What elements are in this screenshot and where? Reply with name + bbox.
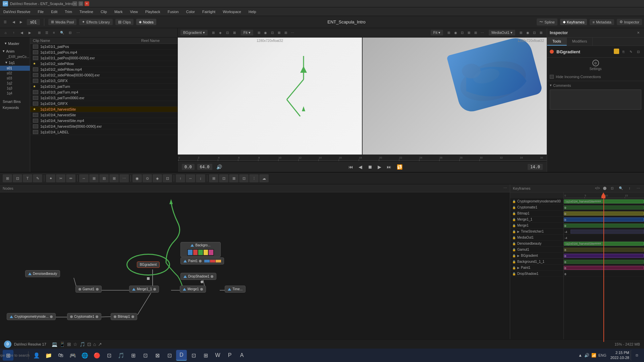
sidebar-anim[interactable]: ▾ Anim [0,48,30,54]
lock-icon[interactable]: 🔒 [512,254,516,257]
expand-icon[interactable]: ▶ [517,254,520,257]
list-item[interactable]: 1q1s01t4_harvestSite [30,112,177,118]
sidebar-s03[interactable]: s03 [0,76,30,81]
taskbar-file-explorer[interactable]: 📁 [43,350,54,361]
tab-tools[interactable]: Tools [547,38,567,46]
view-list[interactable]: ☰ [44,30,50,36]
lock-icon[interactable]: 🔒 [512,200,516,203]
view-grid[interactable]: ⊞ [36,30,42,36]
nodes-more-options[interactable]: ⋯ [503,186,507,190]
sidebar-toggle[interactable]: ☰ [2,19,8,25]
menu-file[interactable]: File [37,9,45,14]
status-icon-1[interactable]: 💻 [52,342,57,347]
list-item[interactable]: 1q1s01t1_patPos [30,44,177,50]
taskbar-app-10[interactable]: ⊡ [188,350,199,361]
list-item[interactable]: 1q1s01t1_patPos.mp4 [30,50,177,55]
list-item[interactable]: ★ 1q1s01t4_harvestSite [30,107,177,112]
fusion-tool-15[interactable]: ↔ [186,174,195,182]
viewer-ctrl-2[interactable]: ◈ [217,30,223,36]
node-gamut1[interactable]: Gamut1 [75,286,102,293]
taskbar-app-6[interactable]: ⊞ [128,350,139,361]
fusion-tool-14[interactable]: ↑ [176,174,185,182]
menu-clip[interactable]: Clip [99,9,108,14]
viewer-timescale[interactable]: 0 2 4 6 8 10 12 14 16 18 20 22 24 26 28 … [178,155,547,161]
menu-davinci-resolve[interactable]: DaVinci Resolve [2,9,32,14]
toolbar-effects-library[interactable]: ✦ Effects Library [79,19,112,25]
nav-back[interactable]: ◀ [11,19,17,25]
status-icon-4[interactable]: ☆ [73,342,77,347]
toolbar-keyframes[interactable]: ◆ Keyframes [560,19,587,25]
menu-help[interactable]: Help [247,9,258,14]
sidebar-1q1[interactable]: ▾ 1q1 [0,59,30,66]
taskbar-app-11[interactable]: ⊞ [200,350,211,361]
sidebar-smart-bins[interactable]: Smart Bins [0,99,30,105]
timecode-out[interactable]: 64.0 [197,164,212,170]
sidebar-master[interactable]: ▾ Master [2,40,28,47]
menu-workspace[interactable]: Workspace [221,9,243,14]
current-timecode[interactable]: 14.0 [528,164,543,170]
viewer-scope-5[interactable]: ⊞ [283,30,289,36]
skip-to-end-button[interactable]: ⏭ [385,164,393,170]
toolbar-spline[interactable]: 〜 Spline [537,18,557,25]
fusion-tool-8[interactable]: ⊞ [109,174,119,182]
nav-home[interactable]: ⌂ [3,30,9,36]
more-options[interactable]: ⋯ [75,30,81,36]
lock-icon[interactable]: 🔒 [512,272,516,276]
list-item[interactable]: 1q1s01t4_harvestSite.mp4 [30,118,177,124]
audio-toggle-button[interactable]: 🔊 [215,164,223,170]
lock-icon[interactable]: 🔒 [512,248,516,251]
status-icon-5[interactable]: 🎵 [79,342,85,347]
view-metadata[interactable]: ≡ [51,30,57,36]
menu-trim[interactable]: Trim [63,9,73,14]
menu-fusion[interactable]: Fusion [166,9,180,14]
viewer-scope-4[interactable]: ⊠ [276,30,282,36]
restore-button[interactable]: □ [78,1,83,6]
fusion-tool-22[interactable]: ☁ [259,174,269,182]
viewer-fit-right[interactable]: Fit ▾ [431,30,443,36]
menu-timeline[interactable]: Timeline [78,9,95,14]
list-item[interactable]: 1q1s01t4_LABEL [30,129,177,135]
mediaout-ctrl-1[interactable]: ⊞ [518,30,524,36]
viewer-right-ctrl-3[interactable]: ⊡ [459,30,465,36]
fusion-tool-11[interactable]: ⊙ [143,174,152,182]
viewer-right-ctrl-1[interactable]: ⊞ [446,30,452,36]
taskbar-app-12[interactable]: W [212,350,223,361]
taskbar-app-3[interactable]: 🔴 [92,350,102,361]
taskbar-person[interactable]: 👤 [31,350,42,361]
kf-action-1[interactable]: ⊡ [609,185,615,191]
tab-modifiers[interactable]: Modifiers [567,38,593,46]
fusion-tool-18[interactable]: ⊡ [219,174,228,182]
toolbar-nodes[interactable]: ◈ Nodes [136,19,156,25]
list-item[interactable]: 1q1s01t2_sidePillow[0030-0060].exr [30,72,177,78]
list-item[interactable]: 1q1s01t3_patTurn0060.exr [30,95,177,101]
list-item[interactable]: 1q1s01t1_patPos[0000-0030].exr [30,55,177,61]
timecode-in[interactable]: 0.0 [182,164,195,170]
viewer-scope-3[interactable]: ⊡ [269,30,275,36]
viewer-ctrl-4[interactable]: ⊠ [231,30,237,36]
mediaout-ctrl-2[interactable]: ◉ [525,30,531,36]
settings-button[interactable]: ⚙ Settings [547,58,644,73]
comments-input[interactable] [550,89,641,110]
viewer-scope-2[interactable]: ◉ [263,30,269,36]
inspector-action-2[interactable]: ✎ [628,49,634,55]
fusion-tool-paint[interactable]: ✎ [33,174,42,182]
status-icon-3[interactable]: ⊞ [67,342,71,347]
viewer-scope-1[interactable]: ⊞ [256,30,262,36]
menu-mark[interactable]: Mark [113,9,124,14]
tray-icon-1[interactable]: ▲ [578,353,582,358]
node-merge1_1[interactable]: Merge1_1 [129,286,159,293]
lock-icon[interactable]: 🔒 [512,266,516,269]
taskbar-store[interactable]: 🛍 [55,350,66,361]
kf-playhead[interactable] [603,198,604,342]
taskbar-app-2[interactable]: 🌐 [79,350,90,361]
show-desktop[interactable]: ⊡ [631,350,641,361]
taskbar-app-13[interactable]: P [224,350,235,361]
lock-icon[interactable]: 🔒 [512,218,516,221]
stop-button[interactable]: ⏹ [366,164,374,170]
nav-next[interactable]: ▶ [27,30,33,36]
taskbar-app-14[interactable]: A [236,350,247,361]
tray-icon-3[interactable]: 📶 [591,353,596,358]
taskbar-app-1[interactable]: 🎮 [67,350,78,361]
hide-incoming-checkbox[interactable] [550,75,554,79]
node-cryptomatte1[interactable]: Cryptomatte1 [67,313,101,320]
